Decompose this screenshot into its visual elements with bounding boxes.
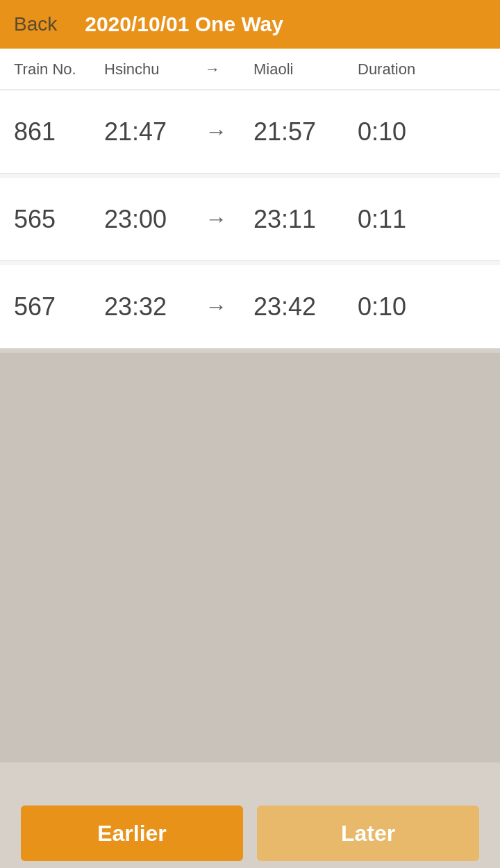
table-row[interactable]: 567 23:32 → 23:42 0:10 — [0, 265, 500, 349]
table-row[interactable]: 861 21:47 → 21:57 0:10 — [0, 90, 500, 174]
arrive-time: 23:42 — [253, 292, 358, 322]
arrow-icon: → — [205, 119, 253, 144]
back-button[interactable]: Back — [14, 13, 57, 35]
col-header-miaoli: Miaoli — [253, 60, 358, 78]
col-header-train-no: Train No. — [14, 60, 104, 78]
arrive-time: 23:11 — [253, 205, 358, 234]
train-number: 861 — [14, 117, 104, 147]
page-title: 2020/10/01 One Way — [85, 12, 283, 36]
later-button[interactable]: Later — [257, 806, 479, 861]
col-header-duration: Duration — [358, 60, 486, 78]
train-list: 861 21:47 → 21:57 0:10 565 23:00 → 23:11… — [0, 90, 500, 349]
col-header-arrow: → — [205, 60, 253, 78]
duration-value: 0:11 — [358, 205, 486, 234]
train-number: 565 — [14, 205, 104, 234]
depart-time: 21:47 — [104, 117, 205, 147]
arrive-time: 21:57 — [253, 117, 358, 147]
arrow-icon: → — [205, 206, 253, 232]
col-header-hsinchu: Hsinchu — [104, 60, 205, 78]
earlier-button[interactable]: Earlier — [21, 806, 243, 861]
depart-time: 23:32 — [104, 292, 205, 322]
train-number: 567 — [14, 292, 104, 322]
duration-value: 0:10 — [358, 117, 486, 147]
depart-time: 23:00 — [104, 205, 205, 234]
column-headers: Train No. Hsinchu → Miaoli Duration — [0, 49, 500, 90]
header: Back 2020/10/01 One Way — [0, 0, 500, 49]
duration-value: 0:10 — [358, 292, 486, 322]
footer: Earlier Later — [0, 799, 500, 868]
arrow-icon: → — [205, 294, 253, 319]
table-row[interactable]: 565 23:00 → 23:11 0:11 — [0, 178, 500, 261]
empty-area — [0, 353, 500, 762]
